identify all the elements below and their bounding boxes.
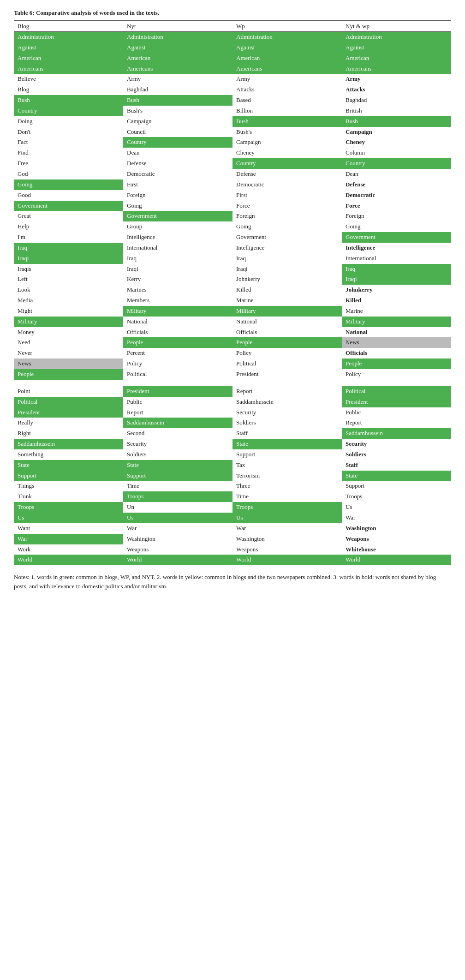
table-cell: Staff bbox=[232, 428, 342, 439]
table-cell: Iraq bbox=[123, 253, 232, 264]
table-cell: American bbox=[232, 53, 342, 64]
table-cell: Security bbox=[232, 407, 342, 418]
table-cell: Baghdad bbox=[123, 84, 232, 95]
table-cell: Democratic bbox=[123, 169, 232, 179]
table-cell: Need bbox=[14, 337, 123, 348]
table-cell: Bush's bbox=[123, 106, 232, 116]
table-cell: International bbox=[123, 243, 232, 253]
table-cell: Force bbox=[342, 201, 451, 211]
table-cell: Against bbox=[14, 42, 123, 53]
table-cell: Support bbox=[342, 481, 451, 491]
column-header: Nyt bbox=[123, 21, 232, 32]
table-cell: Officials bbox=[123, 327, 232, 338]
table-cell: Marines bbox=[123, 285, 232, 295]
table-cell: Iraq bbox=[342, 264, 451, 275]
table-cell: Officials bbox=[232, 327, 342, 338]
table-cell: Marine bbox=[342, 306, 451, 317]
table-cell: I'm bbox=[14, 232, 123, 243]
column-header: Nyt & wp bbox=[342, 21, 451, 32]
table-cell: Percent bbox=[123, 348, 232, 359]
table-cell: Terrorism bbox=[232, 471, 342, 481]
table-cell: Intelligence bbox=[123, 232, 232, 243]
table-cell: Americans bbox=[14, 64, 123, 74]
table-cell: Americans bbox=[232, 64, 342, 74]
table-cell: Attacks bbox=[342, 84, 451, 95]
table-cell: Staff bbox=[342, 460, 451, 471]
table-cell: Attacks bbox=[232, 84, 342, 95]
table-cell: American bbox=[123, 53, 232, 64]
table-cell: President bbox=[342, 397, 451, 407]
table-cell: Administration bbox=[14, 32, 123, 42]
table-cell: President bbox=[14, 407, 123, 418]
table-cell: Want bbox=[14, 523, 123, 534]
table-cell: Tax bbox=[232, 460, 342, 471]
table-cell: National bbox=[123, 317, 232, 327]
table-cell: Soldiers bbox=[123, 449, 232, 460]
table-cell: Column bbox=[342, 148, 451, 158]
table-cell: Iraqi bbox=[14, 253, 123, 264]
table-cell: Public bbox=[123, 397, 232, 407]
table-cell: Council bbox=[123, 127, 232, 137]
table-cell: Really bbox=[14, 418, 123, 428]
table-cell: Iraq bbox=[14, 243, 123, 253]
table-cell: Based bbox=[232, 95, 342, 106]
table-cell: Force bbox=[232, 201, 342, 211]
table-cell bbox=[123, 380, 232, 386]
table-cell: Cheney bbox=[342, 137, 451, 148]
table-cell: World bbox=[232, 555, 342, 565]
table-cell: Believe bbox=[14, 74, 123, 84]
table-cell: Left bbox=[14, 274, 123, 285]
table-cell: Foreign bbox=[123, 190, 232, 201]
table-cell: War bbox=[232, 523, 342, 534]
table-cell: War bbox=[14, 534, 123, 544]
table-cell: Look bbox=[14, 285, 123, 295]
table-title: Table 6: Comparative analysis of words u… bbox=[14, 9, 451, 17]
table-cell: Washington bbox=[123, 534, 232, 544]
table-cell: Army bbox=[342, 74, 451, 84]
table-cell: State bbox=[232, 439, 342, 449]
table-cell: Work bbox=[14, 544, 123, 555]
table-cell: Going bbox=[123, 201, 232, 211]
table-cell: Killed bbox=[232, 285, 342, 295]
table-cell: National bbox=[232, 317, 342, 327]
table-cell bbox=[14, 380, 123, 386]
table-cell: Weapons bbox=[123, 544, 232, 555]
table-cell: Against bbox=[342, 42, 451, 53]
table-cell: President bbox=[232, 369, 342, 380]
table-cell: Us bbox=[14, 513, 123, 523]
table-cell: War bbox=[123, 523, 232, 534]
table-cell: Troops bbox=[232, 502, 342, 513]
table-cell: Washington bbox=[232, 534, 342, 544]
table-cell: Security bbox=[342, 439, 451, 449]
table-cell: Policy bbox=[123, 359, 232, 369]
table-cell: Campaign bbox=[232, 137, 342, 148]
table-cell: Intelligence bbox=[342, 243, 451, 253]
table-cell: Political bbox=[232, 359, 342, 369]
table-cell: Defense bbox=[123, 158, 232, 169]
table-cell: Dean bbox=[342, 169, 451, 179]
table-cell: News bbox=[342, 337, 451, 348]
table-cell: Bush bbox=[123, 95, 232, 106]
table-cell: Killed bbox=[342, 295, 451, 306]
table-cell: Help bbox=[14, 221, 123, 232]
table-cell: Marine bbox=[232, 295, 342, 306]
table-cell: Time bbox=[232, 491, 342, 502]
table-cell: Troops bbox=[14, 502, 123, 513]
table-cell: Iraqi bbox=[232, 264, 342, 275]
table-cell: Don't bbox=[14, 127, 123, 137]
table-cell: Something bbox=[14, 449, 123, 460]
table-cell: Going bbox=[14, 179, 123, 190]
table-cell: British bbox=[342, 106, 451, 116]
table-cell: Government bbox=[342, 232, 451, 243]
table-cell: Foreign bbox=[342, 211, 451, 221]
table-cell: Bush bbox=[14, 95, 123, 106]
table-cell: Iraqis bbox=[14, 264, 123, 275]
table-cell: First bbox=[232, 190, 342, 201]
table-cell: Country bbox=[232, 158, 342, 169]
table-cell: Administration bbox=[342, 32, 451, 42]
table-cell: Support bbox=[232, 449, 342, 460]
table-cell: Johnkerry bbox=[342, 285, 451, 295]
table-cell: Military bbox=[123, 306, 232, 317]
table-cell: Members bbox=[123, 295, 232, 306]
table-cell: Going bbox=[232, 221, 342, 232]
